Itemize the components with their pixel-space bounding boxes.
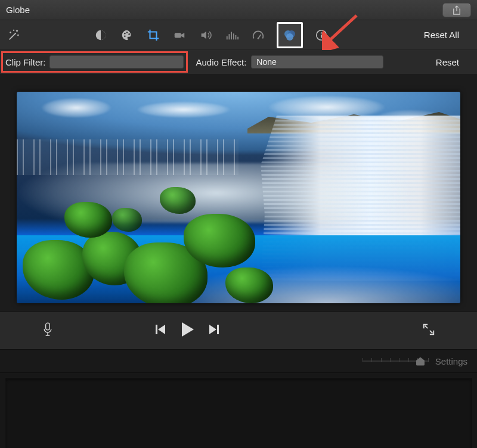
zoom-slider[interactable] <box>363 356 428 366</box>
noise-reduction-tool[interactable] <box>224 27 240 43</box>
svg-point-2 <box>17 35 18 36</box>
volume-tool[interactable] <box>198 27 213 43</box>
fullscreen-button[interactable] <box>422 323 435 338</box>
clip-filter-label: Clip Filter: <box>5 57 46 67</box>
share-button[interactable] <box>442 3 471 17</box>
previous-button[interactable] <box>154 323 166 338</box>
stabilization-tool[interactable] <box>172 27 187 43</box>
next-button[interactable] <box>208 323 220 338</box>
speaker-icon <box>199 29 212 42</box>
palette-icon <box>120 29 134 42</box>
magic-wand-button[interactable] <box>6 27 21 43</box>
audio-effect-label: Audio Effect: <box>196 57 247 67</box>
timeline-settings-row: Settings <box>0 349 477 373</box>
reset-button[interactable]: Reset <box>436 57 459 67</box>
reset-all-button[interactable]: Reset All <box>424 30 459 40</box>
svg-point-1 <box>16 30 17 31</box>
audio-effect-dropdown[interactable]: None <box>251 55 383 69</box>
timeline[interactable] <box>5 378 472 448</box>
window-title: Globe <box>6 5 30 15</box>
play-icon <box>179 321 195 338</box>
clip-filter-group: Clip Filter: <box>1 51 188 73</box>
clip-filter-dropdown[interactable] <box>49 55 184 69</box>
info-tool[interactable] <box>314 27 329 43</box>
skip-forward-icon <box>208 323 220 336</box>
speed-tool[interactable] <box>250 27 266 43</box>
svg-point-5 <box>124 32 126 34</box>
svg-rect-27 <box>217 325 219 334</box>
tool-icons-group <box>93 22 329 48</box>
filters-icon <box>283 28 297 42</box>
speedometer-icon <box>252 29 265 42</box>
magic-wand-icon <box>7 29 20 42</box>
skip-back-icon <box>154 323 166 336</box>
play-button[interactable] <box>179 321 195 340</box>
svg-point-6 <box>126 32 128 33</box>
settings-button[interactable]: Settings <box>435 356 467 366</box>
video-camera-icon <box>173 29 186 42</box>
svg-rect-23 <box>321 35 322 38</box>
microphone-icon <box>42 322 54 337</box>
color-correction-tool[interactable] <box>119 27 135 43</box>
expand-icon <box>422 323 435 336</box>
clip-filters-tool[interactable] <box>277 22 303 48</box>
svg-rect-26 <box>156 325 157 334</box>
adjustments-toolbar: Reset All <box>0 20 477 50</box>
svg-point-20 <box>286 33 293 41</box>
preview-area <box>0 74 477 312</box>
transport-controls <box>154 321 220 340</box>
svg-point-7 <box>128 33 130 35</box>
svg-point-22 <box>321 32 322 33</box>
filter-row: Clip Filter: Audio Effect: None Reset <box>0 50 477 74</box>
svg-rect-25 <box>46 323 50 330</box>
audio-effect-group: Audio Effect: None <box>196 55 384 69</box>
color-balance-tool[interactable] <box>93 27 109 43</box>
title-bar: Globe <box>0 0 477 20</box>
svg-rect-9 <box>175 33 181 38</box>
svg-point-17 <box>258 38 259 39</box>
info-icon <box>315 29 328 42</box>
equalizer-icon <box>225 29 238 42</box>
svg-point-0 <box>10 32 11 33</box>
video-preview[interactable] <box>17 92 460 303</box>
crop-icon <box>147 29 160 42</box>
share-icon <box>453 5 461 15</box>
svg-point-8 <box>124 35 126 37</box>
color-balance-icon <box>94 29 107 42</box>
playback-bar <box>0 312 477 349</box>
svg-point-3 <box>13 29 14 30</box>
voiceover-button[interactable] <box>42 322 54 340</box>
crop-tool[interactable] <box>145 27 161 43</box>
